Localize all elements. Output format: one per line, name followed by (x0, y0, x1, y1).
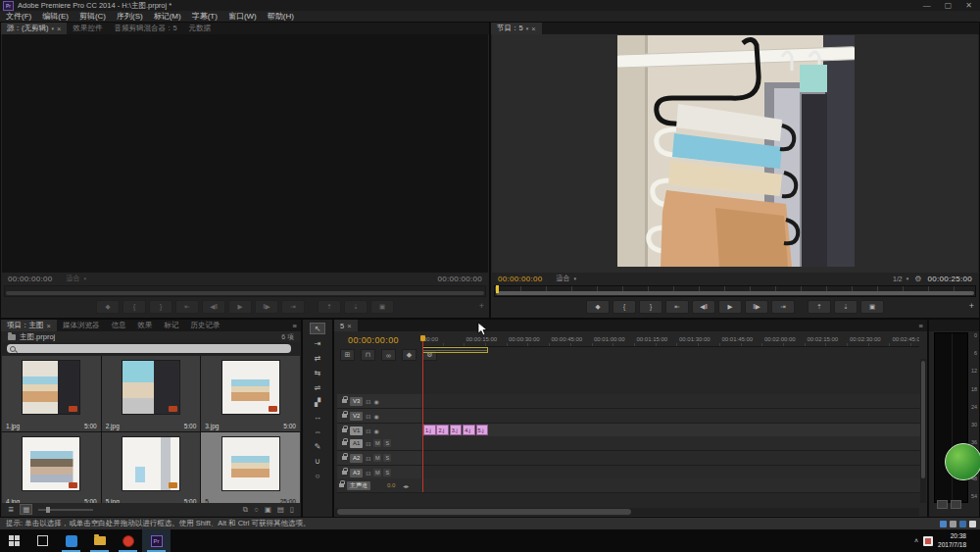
add-marker-button[interactable]: ◆ (96, 300, 120, 314)
icon-view-button[interactable]: ▦ (20, 504, 32, 515)
linked-selection-icon[interactable]: ∞ (381, 349, 396, 361)
selection-tool[interactable]: ↖ (310, 323, 325, 334)
mute-button[interactable]: M (373, 454, 381, 462)
tab-项目：主图[interactable]: 项目：主图× (1, 320, 57, 331)
rate-stretch-tool[interactable]: ⇌ (310, 381, 325, 393)
program-add-button[interactable]: + (969, 301, 974, 311)
lock-icon[interactable] (342, 456, 347, 460)
export-frame-button[interactable]: ▣ (370, 300, 394, 314)
menu-item[interactable]: 字幕(T) (192, 11, 218, 22)
program-scrubber[interactable] (494, 285, 976, 297)
rolling-edit-tool[interactable]: ⇆ (310, 367, 325, 378)
nest-toggle-icon[interactable]: ⊞ (340, 349, 355, 361)
lift-button[interactable]: ⇡ (318, 300, 341, 314)
media-app-button[interactable] (57, 529, 85, 552)
menu-item[interactable]: 文件(F) (6, 11, 31, 22)
project-item[interactable]: 3.jpg5:00 (201, 356, 300, 431)
track-select-forward-tool[interactable]: ⇥ (310, 337, 325, 349)
solo-button[interactable]: S (383, 439, 391, 447)
clip-2.j[interactable]: 2.j (436, 425, 449, 435)
lock-icon[interactable] (342, 414, 347, 418)
go-to-in-button[interactable]: ⇤ (175, 300, 199, 314)
chevron-down-icon[interactable]: ▾ (52, 25, 55, 31)
track-target-chip[interactable]: V1 (350, 427, 363, 435)
panel-menu-icon[interactable]: ≡ (915, 320, 927, 331)
playhead-marker[interactable] (420, 335, 425, 341)
track-content-V2[interactable] (421, 409, 920, 423)
tab-元数据[interactable]: 元数据 (183, 23, 218, 34)
project-item[interactable]: 1.jpg5:00 (2, 356, 101, 431)
settings-wrench-icon[interactable]: ⚙ (914, 275, 921, 283)
sync-lock-icon[interactable]: ⊡ (366, 413, 370, 420)
extract-button[interactable]: ⇣ (834, 300, 858, 314)
search-input[interactable] (7, 344, 291, 353)
zoom-tool[interactable]: ○ (310, 470, 325, 481)
task-view-button[interactable] (28, 529, 57, 552)
clip-4.j[interactable]: 4.j (463, 425, 475, 435)
track-content-A3[interactable] (421, 466, 920, 479)
menu-item[interactable]: 标记(M) (154, 11, 181, 22)
go-to-in-button[interactable]: ⇤ (665, 300, 689, 314)
slide-tool[interactable]: ⇔ (310, 426, 325, 437)
mark-in-button[interactable]: { (612, 300, 636, 314)
track-header-V1[interactable]: V1⊡◉ (337, 424, 421, 437)
solo-button[interactable]: S (383, 454, 391, 462)
mark-in-button[interactable]: { (122, 300, 146, 314)
lock-icon[interactable] (342, 399, 347, 403)
eye-icon[interactable]: ◉ (373, 427, 378, 434)
tab-效果[interactable]: 效果 (131, 320, 158, 331)
sync-lock-icon[interactable]: ⊡ (366, 470, 370, 477)
tray-icon-gray[interactable] (950, 521, 956, 527)
track-target-chip[interactable]: A3 (350, 469, 363, 477)
premiere-pro-button[interactable]: Pr (142, 529, 171, 552)
project-item[interactable]: 5.jpg5:00 (102, 432, 201, 508)
solo-button[interactable]: S (383, 469, 391, 477)
timeline-horizontal-scrollbar[interactable] (335, 508, 919, 516)
lock-icon[interactable] (342, 441, 347, 445)
panel-menu-icon[interactable]: ≡ (289, 320, 301, 331)
clip-5.j[interactable]: 5.j (476, 425, 489, 435)
fit-track-icon[interactable]: ◂▸ (403, 482, 409, 489)
mark-out-button[interactable]: } (639, 300, 662, 314)
pen-tool[interactable]: ✎ (310, 440, 325, 452)
clip-1.j[interactable]: 1.j (423, 425, 436, 435)
start-button[interactable] (0, 529, 28, 552)
track-target-chip[interactable]: V3 (350, 397, 363, 406)
project-item[interactable]: 525:00 (201, 432, 300, 508)
tab-媒体浏览器[interactable]: 媒体浏览器 (57, 320, 106, 331)
mute-button[interactable]: M (373, 439, 381, 447)
step-forward-button[interactable]: ‖▶ (745, 300, 768, 314)
browser-app-button[interactable] (114, 529, 142, 552)
source-fit-dropdown[interactable]: 适合▾ (67, 274, 87, 283)
new-item-button[interactable]: ▤ (277, 505, 284, 515)
extract-button[interactable]: ⇣ (344, 300, 368, 314)
list-view-button[interactable]: ≣ (8, 505, 14, 514)
tab-音频剪辑混合器：5[interactable]: 音频剪辑混合器：5 (108, 23, 182, 34)
track-header-A2[interactable]: A2⊡MS (337, 451, 421, 465)
close-icon[interactable]: × (47, 322, 51, 330)
go-to-out-button[interactable]: ⇥ (281, 300, 305, 314)
track-target-chip[interactable]: V2 (350, 412, 363, 421)
tab-sequence-5[interactable]: 5 × (334, 320, 358, 331)
tray-icon-white[interactable] (969, 521, 976, 527)
lift-button[interactable]: ⇡ (808, 300, 831, 314)
tray-icon-blue2[interactable] (959, 521, 966, 527)
menu-item[interactable]: 剪辑(C) (79, 11, 106, 22)
maximize-button[interactable]: ▢ (945, 1, 953, 10)
tray-chevron-icon[interactable]: ˄ (914, 537, 918, 544)
sync-lock-icon[interactable]: ⊡ (366, 455, 370, 462)
playhead-line[interactable] (422, 335, 423, 492)
chevron-down-icon[interactable]: ▾ (526, 25, 529, 31)
automate-to-sequence-button[interactable]: ⧉ (243, 505, 248, 515)
ripple-edit-tool[interactable]: ⇄ (310, 352, 325, 364)
lock-icon[interactable] (342, 471, 347, 475)
sync-lock-icon[interactable]: ⊡ (366, 398, 370, 405)
track-content-V1[interactable]: 1.j2.j3.j4.j5.j (421, 424, 920, 437)
timeline-vertical-scrollbar[interactable] (920, 359, 926, 503)
close-icon[interactable]: × (531, 25, 535, 33)
menu-item[interactable]: 序列(S) (117, 11, 143, 22)
track-content-A1[interactable] (421, 436, 920, 450)
meter-button-right[interactable] (951, 500, 961, 509)
clear-button[interactable]: ▯ (290, 505, 294, 515)
track-header-V3[interactable]: V3⊡◉ (337, 394, 421, 408)
